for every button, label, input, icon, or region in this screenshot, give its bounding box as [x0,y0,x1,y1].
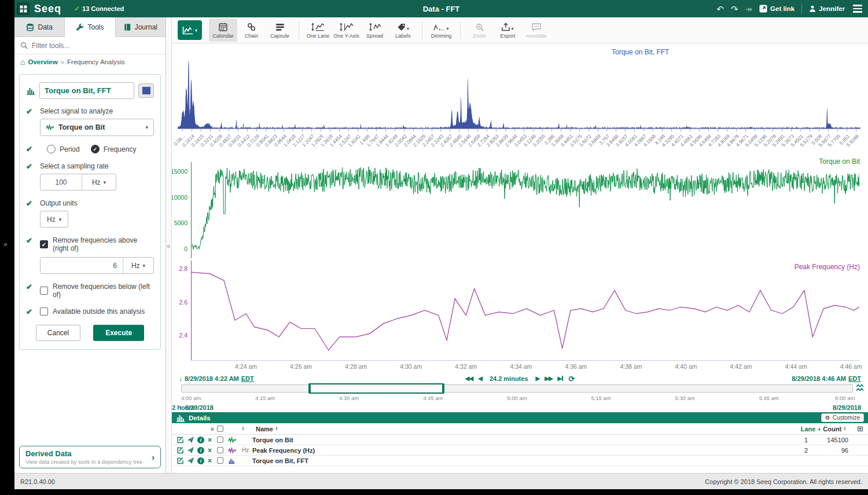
remove-above-unit-select[interactable]: Hz▾ [123,258,153,273]
toolbar-calendar-button[interactable]: Calendar [209,19,237,42]
derived-data-card[interactable]: Derived Data View data created by tools … [19,446,161,468]
signal-select[interactable]: Torque on Bit ▾ [40,119,154,136]
toolbar-spread-button[interactable]: Spread [361,19,389,42]
item-name[interactable]: Torque on Bit [252,437,781,443]
get-link-button[interactable]: Get link [759,5,795,13]
edit-icon[interactable] [176,446,187,454]
step-back-button[interactable]: ◀ [478,376,482,382]
collapsed-left-panel[interactable]: » [0,0,14,495]
breadcrumb-overview-link[interactable]: Overview [28,58,57,65]
name-column-header[interactable]: Name [256,426,273,432]
investigate-chart-icon[interactable] [856,384,865,391]
period-radio[interactable] [47,145,56,153]
home-icon[interactable]: ⌂ [20,58,25,66]
select-all-checkbox[interactable] [217,426,223,432]
display-range-selector[interactable] [308,383,444,394]
add-column-icon[interactable]: ⊞ [848,424,868,433]
edit-icon[interactable] [176,436,187,443]
hamburger-menu-icon[interactable] [853,5,862,13]
step-check-icon: ✔ [26,107,40,136]
cancel-button[interactable]: Cancel [36,325,80,341]
refresh-icon[interactable]: ⟳ [568,375,575,383]
top-header: Seeq ✓ 13 Connected Data - FFT ↶ ↷ ↠ Get… [14,0,868,17]
remove-icon[interactable]: × [208,436,217,444]
tab-tools[interactable]: Tools [65,17,115,37]
remove-above-checkbox[interactable] [40,240,48,248]
bars-blue-icon [228,457,242,464]
customize-button[interactable]: ⚙ Customize [821,413,864,422]
capsule-icon [275,22,285,31]
count-column-header[interactable]: Count [823,426,841,432]
tab-journal[interactable]: Journal [116,17,165,36]
edit-icon[interactable] [176,457,187,464]
navigate-icon[interactable] [187,446,197,454]
step-forward-button[interactable]: ▶ [536,376,540,382]
item-name[interactable]: Peak Frequency (Hz) [252,447,781,454]
connection-status[interactable]: ✓ 13 Connected [74,5,124,13]
output-units-select[interactable]: Hz▾ [40,211,68,228]
tool-name-input[interactable] [39,82,134,99]
item-name[interactable]: Torque on Bit, FFT [252,457,781,464]
expand-panel-icon[interactable]: » [3,240,8,248]
navigate-icon[interactable] [187,457,197,464]
info-icon[interactable]: i [197,457,204,464]
navigate-icon[interactable] [187,436,197,443]
investigate-date-right[interactable]: 8/29/2018 [833,404,861,411]
user-menu[interactable]: Jennifer [809,5,845,12]
sort-icon[interactable]: ▲▼ [241,427,245,431]
gear-icon: ⚙ [825,415,830,421]
row-checkbox[interactable] [217,457,223,464]
row-checkbox[interactable] [217,447,223,453]
seeq-logo: Seeq [34,3,61,15]
frequency-analysis-tool-panel: ✔ Select signal to analyze Torque on Bit… [19,74,161,350]
time-tick-label: 4:32 am [455,363,477,370]
color-swatch-button[interactable] [138,83,154,98]
undo-button[interactable]: ↶ [716,5,724,13]
investigate-tick-label: 5:30 am [675,395,695,401]
sort-icon[interactable]: ▲▼ [275,427,278,431]
execute-button[interactable]: Execute [93,325,144,341]
investigate-range-track[interactable] [181,384,853,393]
remove-above-value-input[interactable] [41,258,123,273]
step-forward-fast-button[interactable]: ▶▶ [545,376,552,382]
toolbar-export-button[interactable]: ▾Export [494,19,522,42]
investigate-duration[interactable]: 2 hours [172,404,868,411]
info-icon[interactable]: i [197,447,204,454]
display-start[interactable]: 8/29/2018 4:22 AM [185,375,239,382]
redo-button[interactable]: ↷ [731,5,738,13]
toolbar-one-y-axis-button[interactable]: One Y-Axis [332,19,361,42]
y-tick-label: 15000 [172,168,187,175]
lane-column-header[interactable]: Lane [801,426,816,432]
sidebar-collapse-gutter[interactable]: « [166,17,172,473]
step-back-fast-button[interactable]: ◀◀ [465,376,473,382]
sampling-rate-input[interactable] [41,174,82,190]
toolbar-labels-button[interactable]: ▾Labels [389,19,417,42]
sampling-unit-select[interactable]: Hz▾ [82,174,116,190]
remove-icon[interactable]: × [208,446,217,454]
end-timezone-link[interactable]: EDT [848,375,861,382]
filter-tools-input[interactable] [32,42,160,50]
start-timezone-link[interactable]: EDT [241,375,254,382]
remove-icon[interactable]: × [208,457,217,465]
sort-icon[interactable]: ▲▼ [843,427,847,431]
available-outside-checkbox[interactable] [40,307,48,316]
chart-view-select-button[interactable]: ▾ [178,20,202,40]
toolbar-one-lane-button[interactable]: One Lane [304,19,332,42]
toolbar-dimming-button[interactable]: ▾Dimming [427,19,455,42]
frequency-radio[interactable] [91,145,100,153]
toolbar-capsule-button[interactable]: Capsule [266,19,294,42]
remove-all-column[interactable]: × [208,426,217,432]
duration-label[interactable]: 24.2 minutes [490,375,528,382]
display-end[interactable]: 8/29/2018 4:46 AM [792,375,846,382]
toolbar-chain-button[interactable]: Chain [237,19,266,42]
step-to-end-button[interactable]: ▶ [558,376,564,382]
tab-data[interactable]: Data [14,17,65,36]
toolbar-zoom-button: Zoom [465,19,494,42]
info-icon[interactable]: i [197,437,204,443]
redo-all-button[interactable]: ↠ [745,5,752,13]
row-checkbox[interactable] [217,437,223,443]
toolbar-separator [422,21,422,39]
collapse-panel-icon[interactable]: « [167,242,171,250]
remove-below-checkbox[interactable] [40,287,48,295]
app-launcher-button[interactable] [17,2,30,15]
